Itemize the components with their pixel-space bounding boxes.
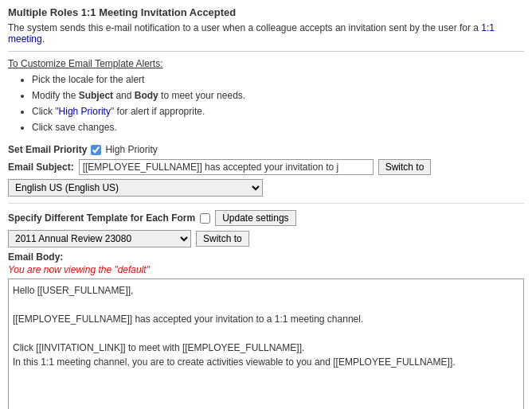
- high-priority-label: High Priority: [105, 144, 157, 155]
- specify-label: Specify Different Template for Each Form: [8, 212, 195, 224]
- viewing-note: You are now viewing the "default": [8, 264, 524, 275]
- divider-1: [8, 203, 524, 204]
- email-body-textarea[interactable]: Hello [[USER_FULLNAME]], [[EMPLOYEE_FULL…: [8, 279, 524, 409]
- switch-button[interactable]: Switch to: [196, 231, 249, 247]
- instructions-header: To Customize Email Template Alerts:: [8, 58, 524, 69]
- email-body-label: Email Body:: [8, 251, 524, 263]
- instruction-2: Modify the Subject and Body to meet your…: [32, 88, 524, 103]
- set-email-priority-label: Set Email Priority: [8, 144, 87, 155]
- description: The system sends this e-mail notificatio…: [8, 22, 524, 52]
- page-title: Multiple Roles 1:1 Meeting Invitation Ac…: [8, 6, 524, 18]
- locale-select[interactable]: English US (English US): [8, 179, 263, 197]
- instruction-1: Pick the locale for the alert: [32, 72, 524, 87]
- instructions-section: Pick the locale for the alert Modify the…: [8, 72, 524, 134]
- instruction-4: Click save changes.: [32, 120, 524, 134]
- switch-to-button[interactable]: Switch to: [378, 159, 432, 175]
- update-settings-button[interactable]: Update settings: [215, 210, 295, 226]
- email-subject-label: Email Subject:: [8, 162, 74, 173]
- instruction-3: Click "High Priority" for alert if appro…: [32, 104, 524, 119]
- form-select[interactable]: 2011 Annual Review 23080: [8, 230, 191, 247]
- specify-checkbox[interactable]: [200, 213, 210, 224]
- high-priority-checkbox[interactable]: [91, 145, 101, 155]
- email-subject-input[interactable]: [79, 159, 374, 175]
